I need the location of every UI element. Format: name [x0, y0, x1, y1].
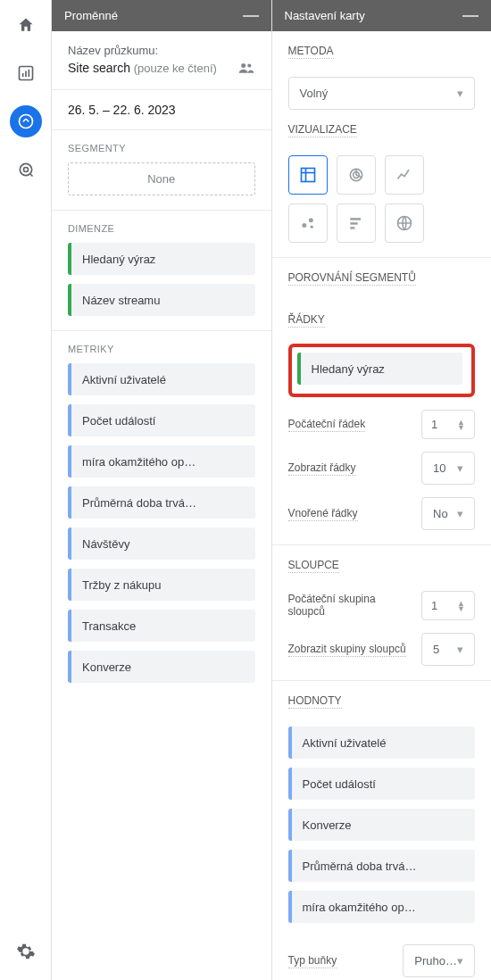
- metric-chip[interactable]: Transakce: [68, 610, 255, 642]
- cell-type-select[interactable]: Pruho… ▾: [403, 944, 475, 977]
- svg-rect-2: [25, 71, 27, 78]
- chip-label: Průměrná doba trvá…: [71, 496, 207, 510]
- cell-type-value: Pruho…: [414, 954, 457, 968]
- nested-rows-select[interactable]: No ▾: [421, 497, 475, 530]
- metric-chip[interactable]: Tržby z nákupu: [68, 569, 255, 601]
- chip-label: Název streamu: [71, 294, 171, 307]
- show-rows-select[interactable]: 10 ▾: [421, 452, 475, 485]
- svg-point-5: [20, 163, 31, 175]
- nested-rows-value: No: [433, 507, 448, 520]
- value-metric-chip[interactable]: míra okamžitého op…: [288, 891, 476, 923]
- row-dimension-chip[interactable]: Hledaný výraz: [297, 353, 463, 385]
- metrics-title: METRIKY: [68, 344, 255, 354]
- dimensions-title: DIMENZE: [68, 223, 255, 234]
- cell-type-label: Typ buňky: [288, 954, 337, 968]
- value-metric-chip[interactable]: Počet událostí: [288, 768, 476, 800]
- svg-point-4: [19, 115, 32, 129]
- start-row-label: Počáteční řádek: [288, 418, 366, 432]
- settings-panel: Nastavení karty METODA Volný ▾ VIZUALIZA…: [272, 0, 492, 980]
- svg-point-17: [308, 218, 312, 222]
- settings-header: Nastavení karty: [272, 0, 492, 31]
- viz-bar-icon[interactable]: [337, 203, 376, 243]
- chip-label: Počet událostí: [292, 777, 387, 791]
- chevron-down-icon: ▾: [457, 87, 463, 100]
- chevron-down-icon: ▾: [457, 507, 463, 520]
- explore-icon[interactable]: [10, 105, 42, 137]
- stepper-arrows-icon: ▲▼: [457, 601, 465, 611]
- nested-rows-label: Vnořené řádky: [288, 507, 358, 521]
- method-value: Volný: [300, 87, 329, 100]
- viz-scatter-icon[interactable]: [288, 203, 328, 243]
- metric-chip[interactable]: Průměrná doba trvá…: [68, 486, 255, 519]
- value-metric-chip[interactable]: Aktivní uživatelé: [288, 727, 476, 759]
- show-cols-select[interactable]: 5 ▾: [421, 633, 475, 666]
- show-rows-value: 10: [433, 461, 445, 475]
- settings-gear-icon[interactable]: [10, 935, 42, 968]
- svg-point-18: [310, 226, 312, 228]
- svg-line-15: [356, 175, 362, 178]
- date-range[interactable]: 26. 5. – 22. 6. 2023: [52, 90, 271, 129]
- left-nav-rail: [0, 0, 52, 980]
- svg-rect-19: [350, 218, 361, 220]
- segments-drop-target[interactable]: None: [68, 162, 255, 195]
- metric-chip[interactable]: Konverze: [68, 651, 255, 683]
- start-col-label: Počáteční skupina sloupců: [288, 593, 413, 619]
- metric-chip[interactable]: míra okamžitého op…: [68, 445, 255, 478]
- advertising-icon[interactable]: [10, 154, 42, 186]
- variables-header: Proměnné: [52, 0, 271, 31]
- svg-rect-9: [301, 169, 314, 182]
- survey-readonly-tag: (pouze ke čtení): [134, 62, 217, 75]
- home-icon[interactable]: [10, 9, 42, 41]
- show-cols-label: Zobrazit skupiny sloupců: [288, 643, 406, 657]
- value-metric-chip[interactable]: Průměrná doba trvá…: [288, 850, 476, 882]
- variables-title: Proměnné: [64, 9, 118, 22]
- svg-point-7: [241, 63, 246, 68]
- start-row-value: 1: [431, 418, 437, 431]
- minimize-icon[interactable]: [243, 15, 259, 17]
- show-rows-label: Zobrazit řádky: [288, 461, 356, 476]
- cols-title: SLOUPCE: [288, 559, 339, 573]
- segments-title: SEGMENTY: [68, 143, 255, 154]
- metric-chip[interactable]: Počet událostí: [68, 404, 255, 436]
- rows-title: ŘÁDKY: [288, 313, 325, 328]
- metric-chip[interactable]: Aktivní uživatelé: [68, 363, 255, 395]
- metric-chip[interactable]: Návštěvy: [68, 527, 255, 560]
- chevron-down-icon: ▾: [457, 954, 463, 968]
- chevron-down-icon: ▾: [457, 461, 463, 475]
- settings-title: Nastavení karty: [285, 9, 365, 22]
- reports-icon[interactable]: [10, 57, 42, 89]
- chip-label: míra okamžitého op…: [292, 901, 427, 914]
- chip-label: Aktivní uživatelé: [292, 736, 397, 750]
- dimension-chip[interactable]: Název streamu: [68, 284, 255, 316]
- viz-line-icon[interactable]: [385, 155, 424, 195]
- survey-name-value: Site search: [68, 61, 130, 75]
- method-select[interactable]: Volný ▾: [288, 77, 476, 110]
- svg-point-16: [302, 223, 306, 228]
- seg-compare-title: POROVNÁNÍ SEGMENTŮ: [288, 271, 416, 286]
- variables-panel: Proměnné Název průzkumu: Site search (po…: [52, 0, 272, 980]
- chip-label: Konverze: [71, 660, 142, 674]
- viz-geo-icon[interactable]: [385, 203, 424, 243]
- svg-point-6: [23, 168, 28, 172]
- chip-label: Počet událostí: [71, 414, 166, 428]
- svg-point-8: [247, 63, 251, 67]
- svg-rect-20: [350, 222, 357, 225]
- viz-donut-icon[interactable]: [337, 155, 376, 195]
- chip-label: míra okamžitého op…: [71, 455, 206, 469]
- chip-label: Hledaný výraz: [301, 362, 395, 376]
- svg-rect-3: [28, 70, 29, 77]
- minimize-icon[interactable]: [462, 15, 479, 17]
- value-metric-chip[interactable]: Konverze: [288, 809, 476, 841]
- chevron-down-icon: ▾: [457, 643, 463, 656]
- chip-label: Návštěvy: [71, 537, 140, 551]
- svg-rect-1: [21, 73, 23, 77]
- method-title: METODA: [288, 45, 334, 59]
- chip-label: Transakce: [71, 619, 146, 633]
- survey-name-label: Název průzkumu:: [68, 44, 255, 57]
- dimension-chip[interactable]: Hledaný výraz: [68, 243, 255, 275]
- start-col-stepper[interactable]: 1 ▲▼: [421, 591, 475, 620]
- start-row-stepper[interactable]: 1 ▲▼: [421, 410, 475, 439]
- start-col-value: 1: [431, 599, 437, 612]
- share-icon[interactable]: [237, 62, 255, 74]
- viz-table-icon[interactable]: [288, 155, 328, 195]
